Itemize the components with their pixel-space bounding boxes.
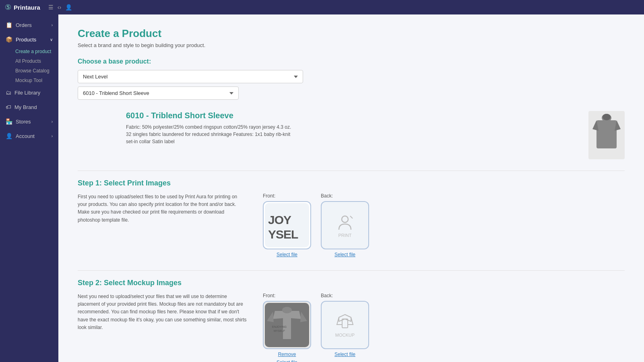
svg-marker-17 [339,315,351,321]
logo-text: Printaura [14,4,40,11]
step2-title: Step 2: Select Mockup Images [78,279,625,287]
svg-line-9 [350,216,353,218]
sidebar-sub-create-product[interactable]: Create a product [11,47,58,56]
step1-title: Step 1: Select Print Images [78,179,625,187]
divider-2 [78,270,625,271]
choose-base-label: Choose a base product: [78,58,625,65]
sidebar-item-account[interactable]: 👤 Account › [0,129,58,143]
chevron-orders: › [52,23,53,27]
my-brand-icon: 🏷 [6,104,11,110]
step2-select-file-front[interactable]: Select file [263,360,311,362]
sidebar-item-orders[interactable]: 📋 Orders › [0,18,58,32]
step1-select-file-back[interactable]: Select file [321,252,369,257]
svg-text:MYSELF: MYSELF [274,329,285,332]
file-library-icon: 🗂 [6,89,11,96]
step1-images: Front: JOY YSEL Select file Back: [263,193,369,257]
sidebar-sub-all-products[interactable]: All Products [11,56,58,66]
sidebar-label-products: Products [16,37,36,43]
chevron-stores: › [52,119,53,124]
svg-point-4 [603,114,611,120]
svg-text:YSEL: YSEL [268,228,298,241]
product-description: Fabric: 50% polyester/25% combed ringspu… [126,123,295,145]
sidebar-label-stores: Stores [16,119,31,125]
sidebar-sub-mockup-tool[interactable]: Mockup Tool [11,76,58,85]
sidebar-label-my-brand: My Brand [14,104,37,110]
stores-icon: 🏪 [6,118,12,125]
step2-remove-front[interactable]: Remove [263,352,311,357]
sidebar-sub-browse-catalog[interactable]: Browse Catalog [11,66,58,76]
shirt-illustration [592,113,621,157]
menu-icon[interactable]: ☰ [48,4,54,10]
step2-front-label: Front: [263,293,311,298]
product-info: 6010 - Triblend Short Sleeve Fabric: 50%… [126,111,580,145]
svg-rect-18 [342,319,348,328]
sidebar-label-file-library: File Library [14,90,40,96]
sidebar-item-my-brand[interactable]: 🏷 My Brand [0,100,58,114]
divider-1 [78,171,625,171]
sidebar-products-submenu: Create a product All Products Browse Cat… [0,47,58,85]
logo-icon: ⑤ [5,3,11,12]
topbar-icons: ☰ ‹› 👤 [48,4,72,10]
step1-front-image: JOY YSEL [263,201,311,249]
product-card: 6010 - Triblend Short Sleeve Fabric: 50%… [78,111,625,159]
print-label: PRINT [339,233,352,238]
step2-select-file-back[interactable]: Select file [321,352,369,357]
account-icon: 👤 [6,133,12,139]
products-icon: 📦 [6,36,12,43]
orders-icon: 📋 [6,22,12,28]
product-image [588,111,625,159]
sidebar-label-account: Account [16,133,35,139]
svg-point-14 [282,307,292,313]
user-icon[interactable]: 👤 [65,4,72,10]
step2-back-image: MOCKUP [321,301,369,349]
svg-point-8 [342,216,348,222]
svg-text:ENJOYING: ENJOYING [272,325,287,328]
step1-back-image: PRINT [321,201,369,249]
sidebar-item-products[interactable]: 📦 Products ∨ [0,32,58,47]
svg-text:JOY: JOY [268,213,291,226]
step2-front-image: ENJOYING MYSELF [263,301,311,349]
product-name: 6010 - Triblend Short Sleeve [126,111,580,120]
svg-rect-1 [597,120,617,148]
step1-front-group: Front: JOY YSEL Select file [263,193,311,257]
step2-back-label: Back: [321,293,369,298]
page-subtitle: Select a brand and style to begin buildi… [78,42,625,48]
step1-front-label: Front: [263,193,311,199]
step1-back-label: Back: [321,193,369,199]
step1-content: First you need to upload/select files to… [78,193,625,257]
sidebar-item-stores[interactable]: 🏪 Stores › [0,114,58,129]
mockup-placeholder: MOCKUP [335,313,355,337]
choose-base-section: Choose a base product: Next Level 6010 -… [78,58,625,100]
logo: ⑤ Printaura [5,3,40,12]
chevron-account: › [52,134,53,138]
chevron-icon[interactable]: ‹› [58,4,61,10]
step2-front-group: Front: ENJOYING MYSELF [263,293,311,362]
brand-select[interactable]: Next Level [78,70,303,83]
sidebar: 📋 Orders › 📦 Products ∨ Create a product… [0,14,58,362]
sidebar-label-orders: Orders [16,22,32,28]
style-select[interactable]: 6010 - Triblend Short Sleeve [78,86,239,100]
step2-description: Next you need to upload/select your file… [78,293,247,331]
topbar: ⑤ Printaura ☰ ‹› 👤 [0,0,644,14]
print-placeholder: PRINT [335,213,355,238]
step1-text: First you need to upload/select files to… [78,193,247,224]
step1-description: First you need to upload/select files to… [78,193,247,224]
step1-section: Step 1: Select Print Images First you ne… [78,179,625,257]
main-content: Create a Product Select a brand and styl… [58,14,644,362]
mockup-label: MOCKUP [335,333,355,337]
page-title: Create a Product [78,27,625,40]
step2-back-group: Back: MOCKUP [321,293,369,362]
sidebar-item-file-library[interactable]: 🗂 File Library [0,85,58,100]
step2-text: Next you need to upload/select your file… [78,293,247,331]
step2-images: Front: ENJOYING MYSELF [263,293,369,362]
chevron-products: ∨ [50,37,53,42]
step1-back-group: Back: PRINT Select file [321,193,369,257]
step2-section: Step 2: Select Mockup Images Next you ne… [78,279,625,362]
step1-select-file-front[interactable]: Select file [263,252,311,257]
step2-content: Next you need to upload/select your file… [78,293,625,362]
